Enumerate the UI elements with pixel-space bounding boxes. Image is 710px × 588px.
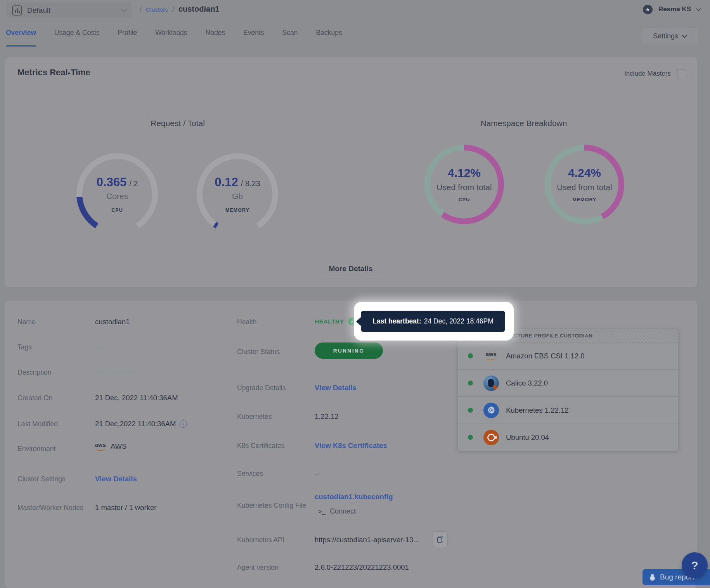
status-dot (468, 408, 473, 413)
aws-icon: aws (95, 443, 106, 451)
tooltip-value: 24 Dec, 2022 18:46PM (424, 317, 494, 325)
chevron-down-icon (696, 6, 701, 11)
kubeconfig-label: Kubernetes Config File (237, 502, 306, 510)
tab-scan[interactable]: Scan (282, 29, 298, 47)
view-k8s-certificates-link[interactable]: View K8s Certificates (315, 441, 387, 450)
cluster-settings-view-details-link[interactable]: View Details (95, 475, 137, 483)
metrics-realtime-card: Metrics Real-Time Include Masters Reques… (5, 57, 697, 287)
metrics-card-title: Metrics Real-Time (17, 67, 90, 78)
created-on-value: 21 Dec, 2022 11:40:36AM (95, 394, 178, 402)
cpu-gauge: 0.365 / 2 Cores CPU (76, 153, 158, 235)
agent-version-value: 2.6.0-221223/20221223.0001 (315, 563, 409, 572)
description-label: Description (17, 368, 52, 377)
include-masters-checkbox[interactable] (677, 69, 686, 78)
services-label: Services (237, 470, 263, 478)
tooltip-label: Last heartbeat: (372, 317, 421, 325)
help-button[interactable]: ? (682, 552, 708, 578)
include-masters-label: Include Masters (624, 70, 671, 78)
memory-gauge: 0.12 / 8.23 Gb MEMORY (197, 153, 278, 235)
kubernetes-icon: ☸ (483, 403, 499, 418)
user-name: Resma KS (658, 5, 691, 13)
last-modified-value: 21 Dec,2022 11:40:36AMi (95, 420, 187, 428)
name-value: custodian1 (95, 318, 130, 326)
cluster-settings-label: Cluster Settings (17, 475, 66, 483)
memory-metric-label: MEMORY (225, 208, 249, 213)
kubeconfig-file-link[interactable]: custodian1.kubeconfig (315, 493, 393, 501)
namespace-memory-metric: MEMORY (573, 197, 597, 202)
status-dot (468, 353, 473, 358)
cpu-unit: Cores (106, 192, 128, 201)
tab-overview[interactable]: Overview (6, 29, 36, 47)
status-dot (468, 435, 473, 440)
last-modified-text: 21 Dec,2022 11:40:36AM (95, 420, 176, 428)
workspace-selector[interactable]: Default (7, 2, 132, 18)
memory-total-value: / 8.23 (241, 179, 260, 188)
settings-button[interactable]: Settings (641, 27, 698, 45)
health-label: Health (237, 318, 257, 326)
namespace-cpu-metric: CPU (459, 197, 470, 202)
copy-button[interactable] (433, 531, 448, 547)
tab-workloads[interactable]: Workloads (155, 29, 187, 47)
agent-version-label: Agent version (237, 564, 279, 572)
breadcrumb-separator: / (172, 5, 174, 14)
environment-label: Environment (17, 445, 55, 453)
more-details-link[interactable]: More Details (314, 265, 388, 277)
memory-unit: Gb (232, 192, 243, 201)
tab-events[interactable]: Events (243, 29, 264, 47)
namespace-cpu-pct: 4.12% (448, 166, 481, 180)
calico-icon (483, 375, 499, 391)
connect-label: Connect (330, 507, 356, 515)
namespace-memory-pct: 4.24% (568, 166, 601, 180)
breadcrumb-current: custodian1 (178, 5, 220, 14)
infra-item-amazon-ebs-csi[interactable]: aws Amazon EBS CSI 1.12.0 (458, 342, 678, 369)
connect-button[interactable]: >_ Connect (315, 504, 362, 519)
tab-usage-costs[interactable]: Usage & Costs (54, 29, 100, 47)
kubernetes-label: Kubernetes (237, 413, 272, 421)
workspace-label: Default (27, 6, 50, 15)
running-status-badge: RUNNING (315, 342, 383, 359)
infra-item-calico[interactable]: Calico 3.22.0 (458, 369, 678, 396)
breadcrumb: / Clusters / custodian1 (140, 5, 219, 14)
tab-nodes[interactable]: Nodes (206, 29, 225, 47)
infra-item-ubuntu[interactable]: Ubuntu 20.04 (458, 424, 678, 451)
namespace-cpu-donut-center: 4.12% Used from total CPU (430, 150, 498, 218)
breadcrumb-clusters-link[interactable]: Clusters (146, 6, 168, 13)
bug-icon (649, 574, 655, 581)
tags-value: n/a (95, 343, 105, 351)
namespace-memory-caption: Used from total (557, 183, 612, 192)
infra-item-name: Ubuntu 20.04 (506, 433, 549, 442)
infra-item-name: Calico 3.22.0 (506, 379, 548, 387)
cpu-total-value: / 2 (129, 179, 138, 188)
name-label: Name (17, 318, 36, 326)
breadcrumb-separator: / (140, 5, 142, 14)
ubuntu-icon (483, 430, 499, 445)
tab-backups[interactable]: Backups (316, 29, 342, 47)
kubernetes-version-value: 1.22.12 (315, 412, 339, 421)
k8s-certificates-label: K8s Certificates (237, 442, 285, 450)
environment-text: AWS (111, 442, 126, 450)
tab-profile[interactable]: Profile (118, 29, 137, 47)
bar-chart-icon (12, 5, 22, 16)
healthy-text: HEALTHY (315, 318, 344, 325)
environment-value: awsAWS (95, 442, 126, 451)
upgrade-view-details-link[interactable]: View Details (315, 384, 357, 392)
cluster-status-label: Cluster Status (237, 348, 280, 356)
infra-item-name: Kubernetes 1.22.12 (506, 406, 569, 415)
user-menu[interactable]: ★ Resma KS (643, 3, 700, 16)
tags-label: Tags (17, 343, 32, 351)
master-worker-nodes-label: Master/Worker Nodes (17, 504, 83, 512)
tab-bar: Overview Usage & Costs Profile Workloads… (6, 29, 342, 47)
terminal-icon: >_ (319, 508, 326, 515)
cpu-metric-label: CPU (111, 208, 123, 213)
namespace-memory-donut: 4.24% Used from total MEMORY (545, 145, 624, 224)
chevron-down-icon (682, 33, 687, 38)
cpu-used-value: 0.365 (97, 175, 127, 189)
memory-used-value: 0.12 (215, 175, 238, 189)
infra-item-kubernetes[interactable]: ☸ Kubernetes 1.22.12 (458, 396, 678, 424)
infrastructure-profile-panel: INFRASTRUCTURE PROFILE CUSTODIAN aws Ama… (457, 329, 679, 451)
infra-item-name: Amazon EBS CSI 1.12.0 (506, 352, 585, 360)
tooltip-spotlight: Last heartbeat: 24 Dec, 2022 18:46PM (354, 302, 514, 341)
info-icon[interactable]: i (180, 420, 187, 428)
kubernetes-api-label: Kubernetes API (237, 536, 284, 544)
master-worker-nodes-value: 1 master / 1 worker (95, 503, 156, 512)
